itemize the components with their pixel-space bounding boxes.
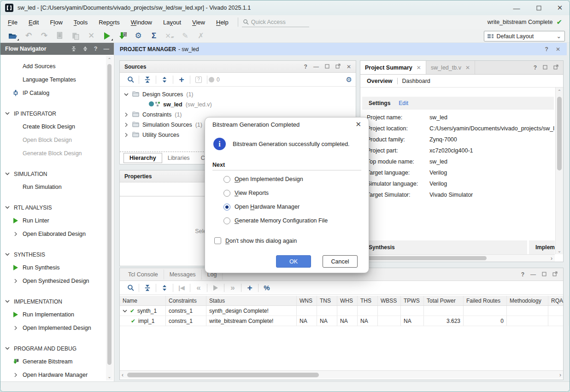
sources-tab-libraries[interactable]: Libraries — [162, 153, 195, 163]
tab-project-summary[interactable]: Project Summary✕ — [360, 61, 426, 74]
flow-item-open-elaborated-design[interactable]: Open Elaborated Design — [0, 227, 106, 240]
scroll-right-icon[interactable]: › — [551, 255, 552, 262]
expand-all-icon[interactable] — [82, 46, 88, 52]
scrollbar-thumb[interactable] — [557, 97, 562, 170]
flow-item-run-linter[interactable]: Run Linter — [0, 214, 106, 227]
checkbox-icon[interactable] — [214, 237, 221, 244]
run-icon[interactable] — [99, 30, 115, 42]
flow-section-rtl-analysis[interactable]: RTL ANALYSIS — [0, 201, 106, 214]
column-header-ths[interactable]: THS — [358, 296, 378, 305]
flow-item-generate-bitstream[interactable]: Generate Bitstream — [0, 355, 106, 368]
summary-vscrollbar[interactable]: ⌃ ⌄ — [555, 88, 563, 254]
add-icon[interactable]: + — [243, 282, 257, 293]
collapse-all-icon[interactable] — [71, 46, 76, 52]
tab-close-icon[interactable]: ✕ — [417, 64, 421, 71]
flow-item-open-synthesized-design[interactable]: Open Synthesized Design — [0, 274, 106, 287]
float-panel-icon[interactable] — [335, 64, 341, 70]
settings-edit-link[interactable]: Edit — [399, 100, 408, 106]
radio-icon[interactable] — [223, 176, 230, 183]
layout-selector[interactable]: Default Layout ⌄ — [484, 31, 565, 41]
table-row[interactable]: ✔impl_1constrs_1write_bitstream Complete… — [120, 316, 563, 326]
field-value[interactable]: Verilog — [429, 181, 447, 187]
flow-navigator-scrollbar[interactable]: ⌃ ⌄ — [106, 56, 113, 380]
field-value[interactable]: sw_led — [429, 158, 447, 165]
chevron-right-icon[interactable] — [123, 112, 129, 117]
column-header-rqa[interactable]: RQA — [548, 296, 569, 305]
ok-button[interactable]: OK — [276, 255, 311, 268]
settings-gear-icon[interactable]: ⚙ — [346, 76, 352, 84]
scroll-left-icon[interactable]: ‹ — [122, 372, 123, 378]
flow-item-open-hardware-manager[interactable]: Open Hardware Manager — [0, 368, 106, 381]
sources-tab-hierarchy[interactable]: Hierarchy — [123, 153, 162, 163]
flow-item-open-implemented-design[interactable]: Open Implemented Design — [0, 321, 106, 334]
quick-access-input[interactable]: Quick Access — [242, 17, 309, 27]
tree-row[interactable]: Design Sources(1) — [120, 89, 356, 99]
collapse-all-icon[interactable] — [141, 282, 154, 293]
cancel-button[interactable]: Cancel — [323, 255, 358, 268]
field-value[interactable]: xc7z020clg400-1 — [429, 147, 473, 154]
column-header-name[interactable]: Name — [120, 296, 166, 305]
settings-gear-icon[interactable]: ⚙ — [130, 30, 146, 42]
column-header-whs[interactable]: WHS — [337, 296, 358, 305]
scroll-down-icon[interactable]: ⌄ — [106, 374, 113, 379]
summary-hscrollbar[interactable]: › — [360, 254, 555, 262]
column-header-failed-routes[interactable]: Failed Routes — [464, 296, 507, 305]
report-sigma-icon[interactable]: Σ — [146, 30, 162, 42]
help-icon[interactable]: ? — [545, 46, 548, 53]
help-icon[interactable]: ? — [94, 46, 98, 52]
menu-help[interactable]: Help — [211, 17, 234, 28]
scroll-right-icon[interactable]: › — [559, 372, 561, 378]
radio-icon[interactable] — [223, 190, 230, 197]
maximize-panel-icon[interactable] — [542, 271, 546, 278]
runs-tab-tcl-console[interactable]: Tcl Console — [123, 269, 164, 280]
flow-section-ip-integrator[interactable]: IP INTEGRATOR — [0, 107, 106, 120]
percent-icon[interactable]: % — [260, 282, 274, 293]
menu-layout[interactable]: Layout — [158, 17, 187, 28]
runs-hscrollbar[interactable]: ‹ › — [120, 370, 563, 379]
tab-sw-led-tb-v[interactable]: sw_led_tb.v✕ — [426, 61, 475, 74]
dialog-option-view-reports[interactable]: View Reports — [223, 188, 269, 198]
tab-close-icon[interactable]: ✕ — [465, 64, 470, 71]
column-header-total-power[interactable]: Total Power — [424, 296, 464, 305]
flow-item-ip-catalog[interactable]: IP Catalog — [0, 86, 106, 99]
column-header-wbss[interactable]: WBSS — [378, 296, 401, 305]
float-panel-icon[interactable] — [553, 64, 558, 71]
flow-item-run-synthesis[interactable]: Run Synthesis — [0, 261, 106, 274]
menu-window[interactable]: Window — [125, 17, 158, 28]
float-panel-icon[interactable] — [552, 271, 558, 278]
menu-reports[interactable]: Reports — [93, 17, 125, 28]
flow-item-run-implementation[interactable]: Run Implementation — [0, 308, 106, 321]
minimize-button[interactable]: — — [507, 0, 526, 15]
dont-show-again-checkbox[interactable]: Don't show this dialog again — [214, 237, 297, 244]
scrollbar-thumb[interactable] — [362, 256, 487, 260]
column-header-constraints[interactable]: Constraints — [166, 296, 206, 305]
chevron-right-icon[interactable] — [123, 123, 129, 127]
column-header-tpws[interactable]: TPWS — [401, 296, 424, 305]
menu-file[interactable]: File — [2, 17, 23, 28]
chevron-down-icon[interactable] — [123, 308, 127, 314]
scrollbar-thumb[interactable] — [127, 373, 319, 377]
chevron-right-icon[interactable] — [123, 133, 129, 137]
menu-view[interactable]: View — [187, 17, 211, 28]
minimize-panel-icon[interactable]: — — [104, 46, 110, 52]
search-icon[interactable] — [123, 282, 137, 293]
minimize-panel-icon[interactable]: — — [313, 64, 319, 70]
close-panel-icon[interactable]: ✕ — [347, 64, 351, 70]
column-header-methodology[interactable]: Methodology — [507, 296, 548, 305]
flow-section-synthesis[interactable]: SYNTHESIS — [0, 248, 106, 261]
subtab-overview[interactable]: Overview — [367, 78, 393, 84]
scroll-up-icon[interactable]: ⌃ — [106, 57, 113, 62]
scroll-down-icon[interactable]: ⌄ — [556, 248, 563, 253]
runs-tab-messages[interactable]: Messages — [164, 269, 202, 280]
menu-flow[interactable]: Flow — [44, 17, 68, 28]
column-header-tns[interactable]: TNS — [317, 296, 337, 305]
close-button[interactable]: ✕ — [550, 0, 570, 15]
column-header-status[interactable]: Status — [206, 296, 297, 305]
menu-edit[interactable]: Edit — [23, 17, 44, 28]
radio-icon[interactable] — [223, 204, 230, 211]
help-icon[interactable]: ? — [521, 271, 524, 278]
dialog-option-generate-memory-configuration-file[interactable]: Generate Memory Configuration File — [223, 216, 328, 225]
open-folder-icon[interactable] — [5, 30, 21, 42]
generate-bitstream-icon[interactable]: 0110 — [115, 30, 130, 42]
search-icon[interactable] — [123, 74, 137, 85]
